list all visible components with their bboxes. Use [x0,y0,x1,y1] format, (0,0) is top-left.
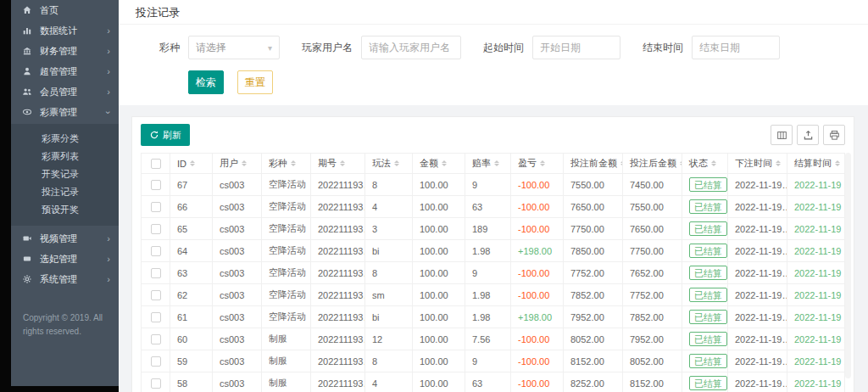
column-header-profit[interactable]: 盈亏 [511,154,564,174]
cell-after: 8152.00 [623,372,682,392]
cell-odds: 7.56 [465,328,511,350]
sidebar-subitem[interactable]: 彩票分类 [11,130,119,148]
table-tools [771,125,845,145]
sidebar-item-xuanfei[interactable]: 选妃管理› [11,249,119,269]
sidebar-subitem[interactable]: 预设开奖 [11,201,119,219]
sidebar-item-stats[interactable]: 数据统计› [11,20,119,41]
cell-profit: +198.00 [511,240,564,262]
copyright-text: Copyright © 2019. All rights reserved. [11,289,119,339]
sort-icon[interactable] [442,158,447,169]
column-header-play[interactable]: 玩法 [365,154,413,174]
sort-icon[interactable] [711,158,716,169]
reset-button[interactable]: 重置 [237,70,273,94]
cell-status: 已结算 [682,218,728,240]
sort-icon[interactable] [835,158,840,169]
cell-id: 61 [170,306,213,328]
row-checkbox[interactable] [151,246,161,256]
table-row: 65cs003空降活动202211193…3100.00189-100.0077… [142,218,845,240]
row-checkbox[interactable] [151,290,161,300]
column-label: 玩法 [372,157,391,170]
row-select-cell [142,196,170,218]
filter-lottery-type: 彩种 请选择 ▾ [159,36,280,59]
filter-columns-button[interactable] [771,125,793,145]
cell-amount: 100.00 [413,350,465,372]
table-row: 60cs003制服202211193…12100.007.56-100.0080… [142,328,845,350]
cell-status: 已结算 [682,328,728,350]
row-checkbox[interactable] [151,334,161,344]
sort-icon[interactable] [776,158,781,169]
sidebar-item-members[interactable]: 会员管理› [11,81,119,102]
sidebar-item-lottery[interactable]: 彩票管理› [11,102,119,122]
row-select-cell [142,218,170,240]
export-button[interactable] [797,125,819,145]
row-checkbox[interactable] [151,356,161,367]
sidebar-item-label: 数据统计 [40,25,107,37]
column-header-odds[interactable]: 赔率 [465,154,511,174]
row-checkbox[interactable] [151,224,161,234]
cell-status: 已结算 [682,262,728,284]
table-header-row: ID用户彩种期号玩法金额赔率盈亏投注前金额投注后金额状态下注时间结算时间 [142,154,845,174]
column-header-id[interactable]: ID [170,154,213,174]
column-header-status[interactable]: 状态 [682,154,728,174]
sidebar-item-superadmin[interactable]: 超管管理› [11,61,119,81]
sort-icon[interactable] [394,158,399,169]
row-checkbox[interactable] [151,202,161,212]
filter-start-time: 起始时间 [483,36,620,59]
sidebar-subitem[interactable]: 开奖记录 [11,165,119,183]
refresh-button[interactable]: 刷新 [141,124,190,146]
table-scrollbar[interactable] [845,153,851,378]
sort-icon[interactable] [242,158,247,169]
column-header-user[interactable]: 用户 [213,154,262,174]
column-header-lottery[interactable]: 彩种 [262,154,311,174]
column-header-period[interactable]: 期号 [311,154,365,174]
sidebar-subitem[interactable]: 投注记录 [11,183,119,201]
cell-after: 8052.00 [623,350,682,372]
bar-chart-icon [22,25,34,36]
cell-settle_time: 2022-11-19 10:42 [787,174,845,196]
column-header-bet_time[interactable]: 下注时间 [728,154,787,174]
cell-settle_time: 2022-11-19 10:42 [787,240,845,262]
cell-status: 已结算 [682,240,728,262]
sidebar-item-finance[interactable]: 财务管理› [11,41,119,61]
player-name-input[interactable] [361,36,461,59]
cell-odds: 63 [465,196,511,218]
column-header-after[interactable]: 投注后金额 [623,154,682,174]
select-all-checkbox[interactable] [151,159,161,169]
cell-settle_time: 2022-11-19 10:36 [787,328,845,350]
column-header-settle_time[interactable]: 结算时间 [787,154,845,174]
sidebar-item-video[interactable]: 视频管理› [11,228,119,249]
sidebar-subitem[interactable]: 彩票列表 [11,148,119,165]
column-header-amount[interactable]: 金额 [413,154,465,174]
sort-icon[interactable] [190,158,195,169]
sort-icon[interactable] [540,158,545,169]
print-button[interactable] [823,125,845,145]
row-checkbox[interactable] [151,180,161,190]
cell-period: 202211193… [311,284,365,306]
row-checkbox[interactable] [151,268,161,278]
start-time-label: 起始时间 [483,41,524,55]
cell-lottery: 空降活动 [262,196,311,218]
cell-id: 64 [170,240,213,262]
column-header-before[interactable]: 投注前金额 [564,154,623,174]
end-date-input[interactable] [692,36,780,59]
sort-icon[interactable] [340,158,345,169]
row-checkbox[interactable] [151,312,161,322]
lottery-type-select[interactable]: 请选择 ▾ [188,36,280,59]
cell-profit: -100.00 [511,174,564,196]
sort-icon[interactable] [291,158,296,169]
cell-profit: -100.00 [511,350,564,372]
start-date-input[interactable] [532,36,620,59]
cell-profit: -100.00 [511,196,564,218]
sidebar-item-system[interactable]: 系统管理› [11,269,119,289]
search-button[interactable]: 检索 [188,70,224,94]
sidebar-item-home[interactable]: 首页 [11,0,119,20]
cell-bet_time: 2022-11-19… [728,372,787,392]
cell-play: 4 [365,372,413,392]
sort-icon[interactable] [494,158,499,169]
chevron-down-icon: ▾ [268,43,272,53]
cell-before: 8152.00 [564,350,623,372]
refresh-label: 刷新 [163,129,181,142]
bank-icon [22,46,34,57]
cell-period: 202211193… [311,218,365,240]
row-checkbox[interactable] [151,378,161,389]
